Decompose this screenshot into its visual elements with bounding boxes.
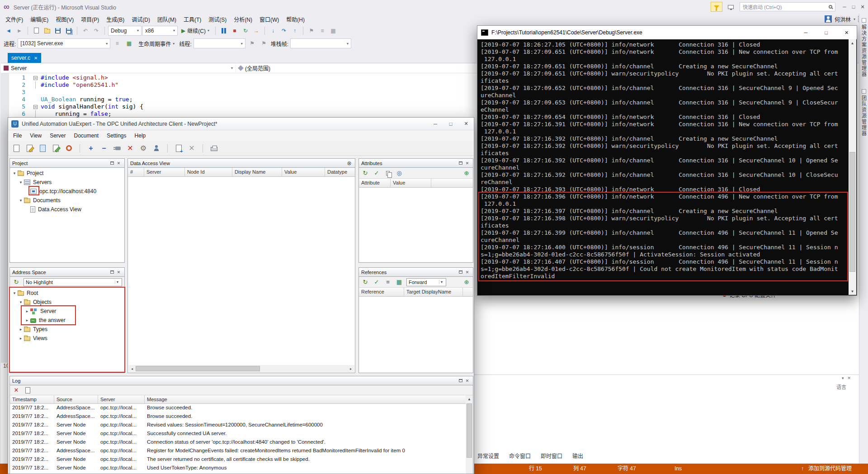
- uax-titlebar[interactable]: U Unified Automation UaExpert - The OPC …: [8, 118, 474, 130]
- close-tab-icon[interactable]: ✕: [34, 56, 38, 61]
- add-to-source-control-button[interactable]: 添加到源代码管理: [808, 464, 852, 474]
- log-column-header[interactable]: Message: [145, 395, 473, 403]
- float-panel-button[interactable]: [457, 378, 464, 384]
- references-column-header[interactable]: Target DisplayName: [404, 288, 463, 296]
- auto-update-references-button[interactable]: ✓: [373, 278, 381, 286]
- disconnect-server-button[interactable]: ✕: [126, 144, 135, 153]
- quick-launch-search[interactable]: 快速启动 (Ctrl+Q): [740, 2, 835, 11]
- vs-bottom-tab[interactable]: 输出: [572, 452, 583, 460]
- new-project-button[interactable]: [12, 144, 21, 153]
- send-feedback-button[interactable]: [725, 2, 736, 12]
- refresh-address-space-button[interactable]: ↻: [12, 278, 20, 286]
- expand-arrow-icon[interactable]: ▸: [24, 309, 30, 313]
- save-project-button[interactable]: [38, 144, 47, 153]
- dav-horizontal-scrollbar[interactable]: ◂ ▸: [128, 365, 354, 372]
- log-row[interactable]: 2019/7/7 18:2...Server Nodeopc.tcp://loc…: [10, 455, 473, 464]
- expand-attributes-button[interactable]: ⊕: [462, 169, 471, 177]
- process-dropdown[interactable]: [1032] Server.exe▾: [18, 38, 110, 48]
- auto-update-button[interactable]: ✓: [373, 169, 381, 177]
- expand-arrow-icon[interactable]: ▾: [18, 198, 24, 203]
- address-space-tree-item[interactable]: ▸Views: [10, 334, 124, 343]
- scroll-down-icon[interactable]: ▼: [849, 288, 856, 295]
- unflag-thread-icon[interactable]: ⚑: [259, 38, 269, 48]
- float-panel-button[interactable]: [108, 269, 115, 275]
- scroll-up-icon[interactable]: ▲: [849, 39, 856, 47]
- copy-attributes-button[interactable]: [384, 169, 392, 177]
- uax-menu-item[interactable]: Settings: [103, 131, 130, 141]
- add-server-button[interactable]: +: [86, 144, 95, 153]
- uax-menu-item[interactable]: Document: [70, 131, 103, 141]
- vs-menu-item[interactable]: 生成(B): [103, 14, 128, 25]
- redo-icon[interactable]: ↷: [91, 26, 101, 36]
- dav-column-header[interactable]: Value: [282, 168, 325, 176]
- navigate-forward-icon[interactable]: ►: [14, 26, 24, 36]
- fold-collapse-icon[interactable]: [33, 105, 38, 109]
- close-icon[interactable]: ✕: [848, 376, 851, 380]
- vs-menu-item[interactable]: 团队(M): [154, 14, 180, 25]
- print-button[interactable]: [209, 144, 218, 153]
- uax-menu-item[interactable]: File: [9, 131, 26, 141]
- address-space-tree-item[interactable]: ▾Root: [10, 289, 124, 298]
- close-panel-button[interactable]: ✕: [115, 160, 122, 166]
- export-log-button[interactable]: [24, 386, 32, 394]
- watch-attribute-button[interactable]: ◎: [395, 169, 403, 177]
- expand-arrow-icon[interactable]: ▾: [12, 291, 17, 295]
- attributes-body[interactable]: [359, 188, 473, 263]
- uax-maximize-button[interactable]: □: [443, 118, 458, 130]
- record-button[interactable]: [64, 144, 73, 153]
- address-space-tree-item[interactable]: ▸the answer: [10, 316, 124, 325]
- save-icon[interactable]: [53, 26, 63, 36]
- vs-side-tab[interactable]: 团队资源管理器: [859, 89, 868, 137]
- address-space-tree-item[interactable]: ▸Server: [10, 307, 124, 316]
- grid-view-button[interactable]: ▦: [395, 278, 403, 286]
- attributes-column-header[interactable]: Value: [391, 179, 431, 187]
- close-panel-button[interactable]: ⊗: [346, 160, 353, 166]
- step-out-icon[interactable]: ↑: [290, 26, 300, 36]
- close-panel-button[interactable]: ✕: [464, 160, 471, 166]
- vs-menu-item[interactable]: 工具(T): [180, 14, 205, 25]
- uax-menu-item[interactable]: Help: [131, 131, 150, 141]
- dav-column-header[interactable]: Display Name: [232, 168, 282, 176]
- navigate-back-icon[interactable]: ◄: [4, 26, 14, 36]
- stop-debug-icon[interactable]: ■: [230, 26, 240, 36]
- lifecycle-icon[interactable]: ▦: [124, 38, 134, 48]
- scrollbar-thumb[interactable]: [849, 152, 855, 272]
- vs-menu-item[interactable]: 项目(P): [77, 14, 103, 25]
- fold-collapse-icon[interactable]: [33, 76, 38, 80]
- remove-document-button[interactable]: ✕: [187, 144, 196, 153]
- address-space-tree-item[interactable]: ▸Types: [10, 325, 124, 334]
- log-row[interactable]: 2019/7/7 18:2...Server Nodeopc.tcp://loc…: [10, 430, 473, 438]
- log-scrollbar[interactable]: ▲: [466, 395, 473, 474]
- step-over-icon[interactable]: ↷: [279, 26, 289, 36]
- notifications-filter-button[interactable]: [711, 2, 722, 12]
- solution-platform-dropdown[interactable]: x86▾: [142, 26, 178, 36]
- server-properties-button[interactable]: ⚙: [139, 144, 148, 153]
- project-tree-item[interactable]: ▾Documents: [10, 196, 124, 205]
- project-tree-item[interactable]: ▾Servers: [10, 178, 124, 187]
- log-row[interactable]: 2019/7/7 18:2...Server Nodeopc.tcp://loc…: [10, 421, 473, 430]
- log-row[interactable]: 2019/7/7 18:2...AddressSpace...opc.tcp:/…: [10, 412, 473, 421]
- step-into-icon[interactable]: ↓: [268, 26, 278, 36]
- save-all-icon[interactable]: [64, 26, 74, 36]
- scrollbar-track[interactable]: [260, 365, 347, 372]
- console-maximize-button[interactable]: □: [816, 26, 836, 39]
- vs-menu-item[interactable]: 视图(V): [52, 14, 77, 25]
- process-list-icon[interactable]: ≡: [112, 38, 122, 48]
- close-panel-button[interactable]: ✕: [115, 269, 122, 275]
- float-panel-button[interactable]: [457, 269, 464, 275]
- close-panel-button[interactable]: ✕: [464, 269, 471, 275]
- project-tree-item[interactable]: ▾Project: [10, 169, 124, 178]
- lifecycle-events-dropdown[interactable]: 生命周期事件 ▾: [136, 38, 177, 48]
- vs-menu-item[interactable]: 调试(D): [128, 14, 154, 25]
- uax-minimize-button[interactable]: ─: [428, 118, 443, 130]
- highlight-mode-dropdown[interactable]: No Highlight ▾: [24, 278, 122, 286]
- vs-minimize-button[interactable]: ─: [840, 1, 849, 12]
- vs-side-tab[interactable]: 解决方案资源管理器: [859, 18, 868, 77]
- dav-column-header[interactable]: #: [128, 168, 144, 176]
- console-titlebar[interactable]: F:\Projects\Tutorial\open62541\Code\Serv…: [477, 26, 857, 39]
- expand-arrow-icon[interactable]: ▾: [18, 300, 24, 304]
- expand-arrow-icon[interactable]: ▸: [24, 318, 30, 322]
- windows-layout-icon[interactable]: ▦: [328, 26, 338, 36]
- document-tab-server-c[interactable]: server.c ✕: [8, 53, 41, 63]
- log-column-header[interactable]: Timestamp: [10, 395, 54, 403]
